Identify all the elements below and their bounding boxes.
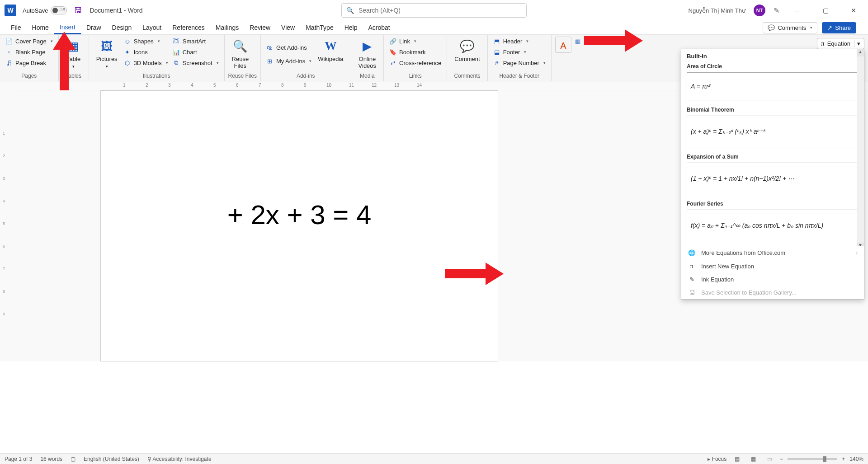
tab-mailings[interactable]: Mailings [210, 21, 244, 34]
textbox-icon: A [556, 39, 571, 52]
tab-design[interactable]: Design [107, 21, 137, 34]
insert-new-equation-item[interactable]: π Insert New Equation [681, 259, 864, 273]
accessibility-icon: ⚲ [147, 456, 151, 462]
icons-button[interactable]: ✦Icons [122, 47, 170, 56]
cover-page-button[interactable]: 📄Cover Page▾ [4, 37, 55, 46]
equation-panel-scrollbar[interactable]: ▲ ▼ [857, 49, 864, 246]
more-equations-office-item[interactable]: 🌐 More Equations from Office.com › [681, 246, 864, 259]
wikipedia-icon: W [323, 38, 338, 54]
close-button[interactable]: ✕ [844, 4, 863, 17]
status-accessibility[interactable]: ⚲ Accessibility: Investigate [147, 456, 212, 462]
document-page[interactable]: + 2x + 3 = 4 [100, 90, 498, 361]
page-break-button[interactable]: ⭿Page Break [4, 58, 55, 67]
tab-help[interactable]: Help [339, 21, 363, 34]
pi-icon: π [821, 40, 825, 47]
bookmark-icon: 🔖 [389, 48, 396, 56]
tab-file[interactable]: File [5, 21, 27, 34]
tab-references[interactable]: References [167, 21, 210, 34]
autosave-toggle[interactable]: Off [51, 6, 67, 14]
online-videos-button[interactable]: ▶ Online Videos [355, 37, 380, 72]
text-box-big-button[interactable]: A [555, 37, 571, 53]
status-page[interactable]: Page 1 of 3 [5, 456, 32, 462]
minimize-button[interactable]: — [788, 4, 807, 17]
share-icon: ↗ [827, 24, 832, 31]
header-button[interactable]: ⬒Header▾ [491, 37, 547, 46]
pen-icon[interactable]: ✎ [774, 6, 779, 15]
smartart-button[interactable]: ⿴SmartArt [171, 37, 221, 46]
status-language[interactable]: English (United States) [84, 456, 139, 462]
chevron-right-icon: › [856, 250, 858, 256]
autosave-label: AutoSave [23, 7, 48, 14]
video-icon: ▶ [359, 38, 375, 54]
new-comment-button[interactable]: 💬 Comment [451, 37, 483, 72]
zoom-slider[interactable] [788, 458, 837, 460]
tab-view[interactable]: View [276, 21, 300, 34]
equation-item-expansion[interactable]: (1 + x)ⁿ = 1 + nx/1! + n(n−1)x²/2! + ⋯ [687, 163, 859, 194]
pi-icon: π [688, 262, 696, 270]
status-focus[interactable]: ▸ Focus [708, 456, 726, 462]
ink-equation-item[interactable]: ✎ Ink Equation [681, 273, 864, 286]
tab-acrobat[interactable]: Acrobat [363, 21, 395, 34]
status-spellcheck-icon[interactable]: ▢ [71, 456, 75, 462]
page-number-button[interactable]: #Page Number▾ [491, 58, 547, 67]
document-title: Document1 - Word [90, 7, 142, 14]
search-icon: 🔍 [346, 7, 354, 14]
cross-reference-button[interactable]: ⇄Cross-reference [387, 58, 443, 67]
tab-mathtype[interactable]: MathType [300, 21, 339, 34]
get-addins-button[interactable]: 🛍Get Add-ins [264, 43, 313, 52]
equation-dropdown-button[interactable]: π Equation ▾ [817, 38, 864, 49]
reuse-files-button[interactable]: 🔍 Reuse Files [228, 37, 253, 72]
share-button[interactable]: ↗ Share [822, 22, 856, 33]
pictures-button[interactable]: 🖼 Pictures▾ [93, 37, 121, 72]
equation-builtin-header: Built-In [681, 49, 864, 61]
save-icon[interactable]: 🖫 [74, 6, 82, 15]
user-avatar[interactable]: NT [754, 5, 765, 16]
scroll-up-icon[interactable]: ▲ [857, 49, 864, 56]
annotation-arrow-insert-tab [51, 32, 78, 92]
equation-item-fourier[interactable]: f(x) = a₀ + Σₙ₌₁^∞ (aₙ cos nπx/L + bₙ si… [687, 210, 859, 241]
tab-draw[interactable]: Draw [81, 21, 107, 34]
screenshot-button[interactable]: ⧉Screenshot▾ [171, 58, 221, 67]
tab-review[interactable]: Review [244, 21, 276, 34]
tab-layout[interactable]: Layout [137, 21, 167, 34]
link-button[interactable]: 🔗Link▾ [387, 37, 443, 46]
my-addins-button[interactable]: ⊞My Add-ins▾ [264, 56, 313, 66]
scroll-down-icon[interactable]: ▼ [857, 243, 864, 246]
zoom-level[interactable]: 140% [849, 456, 863, 462]
maximize-button[interactable]: ▢ [816, 4, 835, 17]
group-headerfooter-label: Header & Footer [491, 72, 547, 81]
annotation-arrow-equation-button [584, 27, 643, 56]
status-words[interactable]: 16 words [40, 456, 62, 462]
footer-button[interactable]: ⬓Footer▾ [491, 47, 547, 56]
equation-item-binomial[interactable]: (x + a)ⁿ = Σₖ₌₀ⁿ (ⁿₖ) xᵏ aⁿ⁻ᵏ [687, 116, 859, 147]
pictures-icon: 🖼 [99, 38, 114, 54]
bookmark-button[interactable]: 🔖Bookmark [387, 47, 443, 56]
chevron-down-icon[interactable]: ▾ [854, 40, 860, 47]
chart-button[interactable]: 📊Chart [171, 47, 221, 56]
link-icon: 🔗 [389, 37, 396, 45]
ribbon-tabs: File Home Insert Draw Design Layout Refe… [0, 21, 868, 34]
tab-home[interactable]: Home [27, 21, 54, 34]
view-web-layout-button[interactable]: ▭ [764, 455, 775, 464]
svg-marker-2 [445, 262, 504, 285]
group-media-label: Media [355, 72, 380, 81]
search-input[interactable]: 🔍 Search (Alt+Q) [341, 3, 527, 18]
group-addins-label: Add-ins [264, 72, 347, 81]
group-pages-label: Pages [4, 72, 55, 81]
blank-page-button[interactable]: ▫Blank Page [4, 47, 55, 56]
view-print-layout-button[interactable]: ▦ [747, 455, 759, 464]
zoom-out-button[interactable]: − [780, 456, 783, 462]
equation-item-title: Area of Circle [687, 63, 859, 70]
vertical-ruler: · 1 2 3 4 5 6 7 8 9 [0, 81, 11, 361]
store-icon: 🛍 [266, 44, 274, 51]
equation-item-area-circle[interactable]: A = πr² [687, 72, 859, 100]
3d-models-button[interactable]: ⬡3D Models▾ [122, 58, 170, 67]
view-read-mode-button[interactable]: ▤ [731, 455, 743, 464]
zoom-in-button[interactable]: + [842, 456, 845, 462]
wikipedia-button[interactable]: W Wikipedia [314, 37, 347, 72]
crossref-icon: ⇄ [389, 59, 396, 66]
comment-bubble-icon: 💬 [459, 38, 475, 54]
comments-button[interactable]: 💬 Comments ▾ [763, 22, 817, 33]
shapes-button[interactable]: ◇Shapes▾ [122, 37, 170, 46]
svg-marker-1 [584, 29, 643, 52]
